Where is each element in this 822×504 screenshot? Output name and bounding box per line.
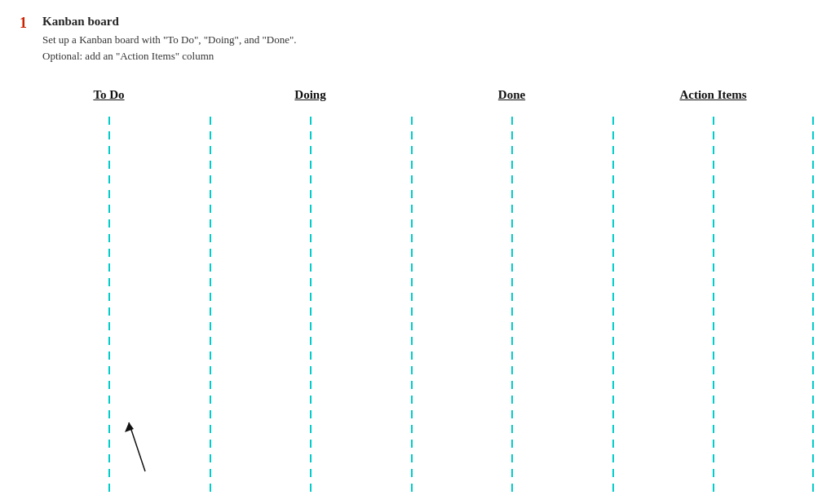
column-header-todo: To Do <box>93 88 124 102</box>
dashed-line-done-center <box>511 117 513 492</box>
column-body-doing <box>210 117 411 492</box>
dashed-line-doing-center <box>310 117 312 492</box>
board-title: Kanban board <box>42 15 296 29</box>
column-todo: To Do <box>8 88 210 492</box>
column-header-action-items: Action Items <box>679 88 746 102</box>
column-done: Done <box>411 88 612 492</box>
column-header-done: Done <box>498 88 525 102</box>
column-action-items: Action Items <box>612 88 814 492</box>
board-description-line2: Optional: add an "Action Items" column <box>42 48 296 64</box>
svg-marker-1 <box>125 422 134 432</box>
header-section: 1 Kanban board Set up a Kanban board wit… <box>0 0 822 72</box>
column-body-done <box>411 117 612 492</box>
column-body-todo <box>8 117 210 492</box>
cursor-arrow-annotation <box>121 414 170 480</box>
column-body-action-items <box>612 117 814 492</box>
dashed-line-todo-left <box>108 117 110 492</box>
step-number: 1 <box>20 15 33 33</box>
header-text: Kanban board Set up a Kanban board with … <box>42 15 296 64</box>
board-description-line1: Set up a Kanban board with "To Do", "Doi… <box>42 32 296 48</box>
column-header-doing: Doing <box>294 88 325 102</box>
column-doing: Doing <box>210 88 411 492</box>
dashed-line-action-center <box>713 117 714 492</box>
